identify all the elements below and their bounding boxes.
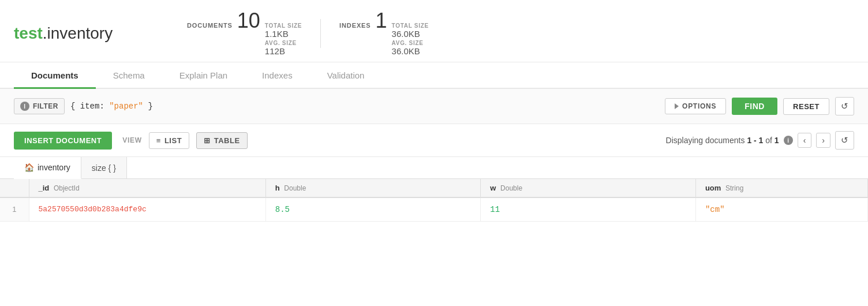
row-number: 1 — [0, 197, 29, 222]
options-button[interactable]: OPTIONS — [665, 98, 726, 114]
cell-id[interactable]: 5a2570550d3d0b283a4dfe9c — [29, 197, 265, 222]
data-table: _id ObjectId h Double w Double uom Strin… — [0, 179, 868, 222]
filter-brace-open: { item: — [70, 102, 109, 111]
tab-schema[interactable]: Schema — [96, 62, 162, 89]
db-title: test.inventory — [14, 24, 164, 43]
filter-brace-close: } — [143, 102, 153, 111]
triangle-icon — [675, 103, 679, 109]
filter-button[interactable]: i FILTER — [14, 98, 65, 114]
docs-total-size: TOTAL SIZE 1.1KB — [265, 23, 302, 39]
db-name: inventory — [47, 24, 113, 42]
col-header-h: h Double — [265, 179, 481, 197]
refresh-button[interactable]: ↺ — [835, 97, 854, 115]
table-refresh-button[interactable]: ↺ — [835, 131, 854, 150]
filter-bar: i FILTER { item: "paper" } OPTIONS FIND … — [0, 89, 868, 124]
table-view-button[interactable]: ⊞ TABLE — [196, 132, 248, 149]
table-tab-inventory[interactable]: 🏠 inventory — [14, 157, 81, 179]
table-header: _id ObjectId h Double w Double uom Strin… — [0, 179, 868, 197]
filter-value: "paper" — [109, 102, 143, 111]
home-icon: 🏠 — [24, 163, 34, 172]
find-button[interactable]: FIND — [732, 98, 777, 115]
pagination-info-icon: i — [784, 136, 793, 145]
idx-total-size: TOTAL SIZE 36.0KB — [392, 23, 429, 39]
cell-uom[interactable]: "cm" — [695, 197, 867, 222]
idx-sizes: TOTAL SIZE 36.0KB AVG. SIZE 36.0KB — [392, 23, 429, 56]
idx-avg-size: AVG. SIZE 36.0KB — [392, 40, 429, 56]
table-icon: ⊞ — [204, 136, 211, 145]
data-table-container: _id ObjectId h Double w Double uom Strin… — [0, 179, 868, 222]
prev-page-button[interactable]: ‹ — [798, 133, 812, 148]
documents-label: DOCUMENTS — [187, 22, 233, 29]
reset-button[interactable]: RESET — [783, 98, 829, 115]
documents-stat: DOCUMENTS 10 TOTAL SIZE 1.1KB AVG. SIZE … — [187, 10, 302, 56]
pagination-info: Displaying documents 1 - 1 of 1 i ‹ › ↺ — [666, 131, 854, 150]
col-header-rownum — [0, 179, 29, 197]
refresh-icon: ↺ — [841, 101, 848, 111]
table-body: 1 5a2570550d3d0b283a4dfe9c 8.5 11 "cm" — [0, 197, 868, 222]
table-label: TABLE — [214, 136, 240, 145]
table-refresh-icon: ↺ — [841, 135, 848, 145]
table-row: 1 5a2570550d3d0b283a4dfe9c 8.5 11 "cm" — [0, 197, 868, 222]
view-label: VIEW — [122, 136, 142, 144]
table-tabs: 🏠 inventory size { } — [0, 157, 868, 179]
list-icon: ≡ — [156, 136, 161, 145]
list-view-button[interactable]: ≡ LIST — [149, 132, 189, 149]
col-header-w: w Double — [481, 179, 696, 197]
filter-info-icon: i — [20, 102, 29, 111]
cell-w[interactable]: 11 — [481, 197, 696, 222]
tab-explain-plan[interactable]: Explain Plan — [162, 62, 245, 89]
docs-sizes: TOTAL SIZE 1.1KB AVG. SIZE 112B — [265, 23, 302, 56]
next-page-button[interactable]: › — [816, 133, 830, 148]
db-prefix: test — [14, 24, 43, 42]
filter-query-display[interactable]: { item: "paper" } — [70, 102, 659, 111]
tab-validation[interactable]: Validation — [310, 62, 382, 89]
toolbar: INSERT DOCUMENT VIEW ≡ LIST ⊞ TABLE Disp… — [0, 124, 868, 157]
indexes-stat: INDEXES 1 TOTAL SIZE 36.0KB AVG. SIZE 36… — [339, 10, 429, 56]
pagination-text: Displaying documents 1 - 1 of 1 — [666, 136, 779, 145]
table-tab-inventory-label: inventory — [38, 163, 70, 172]
cell-h[interactable]: 8.5 — [265, 197, 481, 222]
col-header-id: _id ObjectId — [29, 179, 265, 197]
insert-document-button[interactable]: INSERT DOCUMENT — [14, 132, 112, 150]
documents-count: 10 — [237, 10, 260, 31]
stats-group: DOCUMENTS 10 TOTAL SIZE 1.1KB AVG. SIZE … — [187, 10, 429, 56]
tab-documents[interactable]: Documents — [14, 62, 96, 89]
indexes-label: INDEXES — [339, 22, 371, 29]
tab-indexes[interactable]: Indexes — [245, 62, 310, 89]
list-label: LIST — [164, 136, 182, 145]
header: test.inventory DOCUMENTS 10 TOTAL SIZE 1… — [0, 0, 868, 62]
stats-divider — [320, 19, 321, 48]
col-header-uom: uom String — [695, 179, 867, 197]
options-label: OPTIONS — [682, 102, 716, 110]
main-tabs: Documents Schema Explain Plan Indexes Va… — [0, 62, 868, 89]
docs-avg-size: AVG. SIZE 112B — [265, 40, 302, 56]
indexes-count: 1 — [376, 10, 387, 31]
table-tab-size[interactable]: size { } — [81, 157, 127, 178]
filter-label: FILTER — [33, 102, 58, 110]
table-tab-size-label: size { } — [92, 163, 116, 173]
